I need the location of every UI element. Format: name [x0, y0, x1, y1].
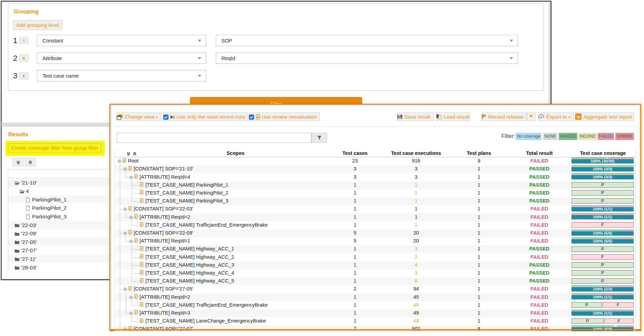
svg-text:tg: tg: [577, 115, 580, 119]
svg-text:P: P: [257, 115, 259, 119]
